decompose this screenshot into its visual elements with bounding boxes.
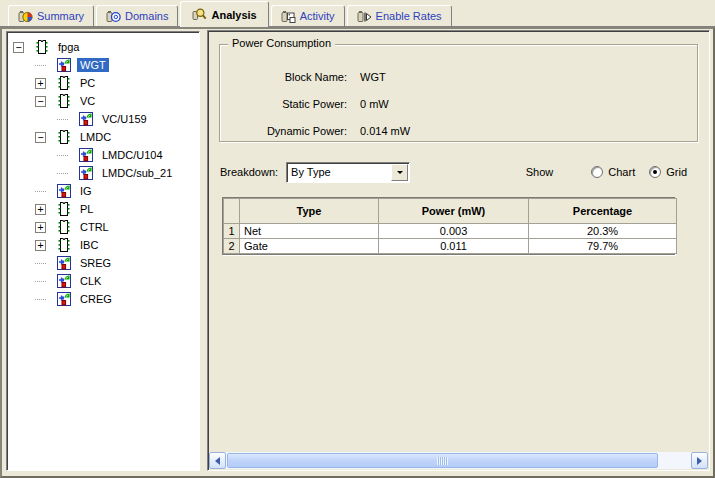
grid-corner-cell: [224, 199, 240, 224]
tree-item-label: LMDC: [77, 130, 114, 144]
xpower-analysis-window: SummaryDomainsAnalysisActivityEnable Rat…: [0, 0, 715, 478]
horizontal-scrollbar[interactable]: [209, 452, 708, 469]
expand-icon[interactable]: +: [35, 222, 46, 233]
tree-item-ibc[interactable]: +IBC: [7, 236, 199, 254]
tab-enable-rates[interactable]: Enable Rates: [347, 5, 452, 26]
tree-item-lmdc[interactable]: −LMDC: [7, 128, 199, 146]
row-number-cell[interactable]: 1: [224, 224, 240, 239]
tree-connector: [35, 299, 46, 300]
tree-item-vc[interactable]: −VC: [7, 92, 199, 110]
breakdown-select[interactable]: By Type: [286, 162, 410, 183]
block-name-row: Block Name: WGT: [220, 63, 697, 90]
tree-connector: [35, 65, 46, 66]
tree-item-label: PC: [77, 76, 98, 90]
scrollbar-grip-icon: [437, 457, 448, 465]
enable-rates-battery-icon: [357, 9, 372, 24]
grid-cell[interactable]: 0.003: [379, 224, 529, 239]
grid-cell[interactable]: 0.011: [379, 239, 529, 254]
breakdown-label: Breakdown:: [220, 166, 278, 178]
expand-icon[interactable]: +: [35, 78, 46, 89]
summary-battery-pie-icon: [18, 9, 33, 24]
static-power-row: Static Power: 0 mW: [220, 90, 697, 117]
grid-cell[interactable]: Gate: [240, 239, 379, 254]
block-icon: [56, 57, 72, 73]
chip-icon: [56, 201, 72, 217]
expand-icon[interactable]: +: [35, 240, 46, 251]
tree-item-creg[interactable]: CREG: [7, 290, 199, 308]
tab-bar: SummaryDomainsAnalysisActivityEnable Rat…: [0, 0, 715, 27]
tab-label: Summary: [37, 10, 84, 22]
tree-item-ctrl[interactable]: +CTRL: [7, 218, 199, 236]
scroll-right-button[interactable]: [691, 452, 708, 469]
tree-item-label: CLK: [77, 274, 104, 288]
grid-row-net[interactable]: 1Net0.00320.3%: [224, 224, 677, 239]
grid-column-header: Type: [240, 199, 379, 224]
dynamic-power-value: 0.014 mW: [360, 125, 410, 137]
tree-item-pl[interactable]: +PL: [7, 200, 199, 218]
tab-label: Domains: [125, 10, 168, 22]
grid-cell[interactable]: Net: [240, 224, 379, 239]
grid-cell[interactable]: 20.3%: [529, 224, 677, 239]
tab-analysis[interactable]: Analysis: [180, 1, 268, 27]
domains-battery-icon: [106, 9, 121, 24]
tree-item-label: CTRL: [77, 220, 112, 234]
block-name-value: WGT: [360, 71, 386, 83]
row-number-cell[interactable]: 2: [224, 239, 240, 254]
dynamic-power-label: Dynamic Power:: [220, 125, 347, 137]
tree-item-pc[interactable]: +PC: [7, 74, 199, 92]
scroll-left-icon: [211, 457, 220, 465]
tree-item-clk[interactable]: CLK: [7, 272, 199, 290]
grid-radio-option[interactable]: Grid: [649, 166, 687, 178]
tree-item-sreg[interactable]: SREG: [7, 254, 199, 272]
static-power-value: 0 mW: [360, 98, 389, 110]
tab-label: Activity: [300, 10, 335, 22]
grid-radio-label: Grid: [666, 166, 687, 178]
tab-label: Enable Rates: [376, 10, 442, 22]
expand-icon[interactable]: +: [35, 204, 46, 215]
tab-domains[interactable]: Domains: [96, 5, 178, 26]
chart-radio-button[interactable]: [591, 166, 603, 178]
tree-item-label: IBC: [77, 238, 101, 252]
scrollbar-track[interactable]: [659, 452, 691, 469]
dropdown-button[interactable]: [391, 164, 408, 181]
tree-item-lmdc-sub-21[interactable]: LMDC/sub_21: [7, 164, 199, 182]
tree-item-label: LMDC/U104: [99, 148, 166, 162]
chip-icon: [56, 75, 72, 91]
tree-item-label: SREG: [77, 256, 114, 270]
block-name-label: Block Name:: [220, 71, 347, 83]
collapse-icon[interactable]: −: [35, 96, 46, 107]
chart-radio-option[interactable]: Chart: [591, 166, 635, 178]
tree-item-vc-u159[interactable]: VC/U159: [7, 110, 199, 128]
analysis-magnifier-icon: [192, 7, 207, 22]
block-icon: [78, 111, 94, 127]
groupbox-title: Power Consumption: [228, 37, 335, 49]
tree-item-wgt[interactable]: WGT: [7, 56, 199, 74]
activity-dice-icon: [281, 9, 296, 24]
tree-item-lmdc-u104[interactable]: LMDC/U104: [7, 146, 199, 164]
scroll-left-button[interactable]: [209, 452, 226, 469]
chip-icon: [56, 93, 72, 109]
show-label: Show: [526, 166, 554, 178]
dynamic-power-row: Dynamic Power: 0.014 mW: [220, 117, 697, 144]
tree-item-fpga[interactable]: −fpga: [7, 38, 199, 56]
grid-radio-button[interactable]: [649, 166, 661, 178]
block-icon: [56, 273, 72, 289]
grid-cell[interactable]: 79.7%: [529, 239, 677, 254]
scrollbar-thumb[interactable]: [227, 453, 658, 468]
tree-item-label: CREG: [77, 292, 115, 306]
grid-column-header: Power (mW): [379, 199, 529, 224]
tab-summary[interactable]: Summary: [8, 5, 94, 26]
grid-body: 1Net0.00320.3%2Gate0.01179.7%: [224, 224, 677, 254]
analysis-panel: Power Consumption Block Name: WGT Static…: [207, 30, 710, 471]
breakdown-grid: TypePower (mW)Percentage 1Net0.00320.3%2…: [222, 197, 675, 255]
tree-connector: [35, 263, 46, 264]
tab-activity[interactable]: Activity: [271, 5, 345, 26]
client-area: −fpgaWGT+PC−VCVC/U159−LMDCLMDC/U104LMDC/…: [0, 27, 715, 478]
tree-item-ig[interactable]: IG: [7, 182, 199, 200]
block-icon: [56, 255, 72, 271]
block-icon: [56, 291, 72, 307]
scroll-right-icon: [697, 457, 706, 465]
grid-row-gate[interactable]: 2Gate0.01179.7%: [224, 239, 677, 254]
collapse-icon[interactable]: −: [13, 42, 24, 53]
collapse-icon[interactable]: −: [35, 132, 46, 143]
